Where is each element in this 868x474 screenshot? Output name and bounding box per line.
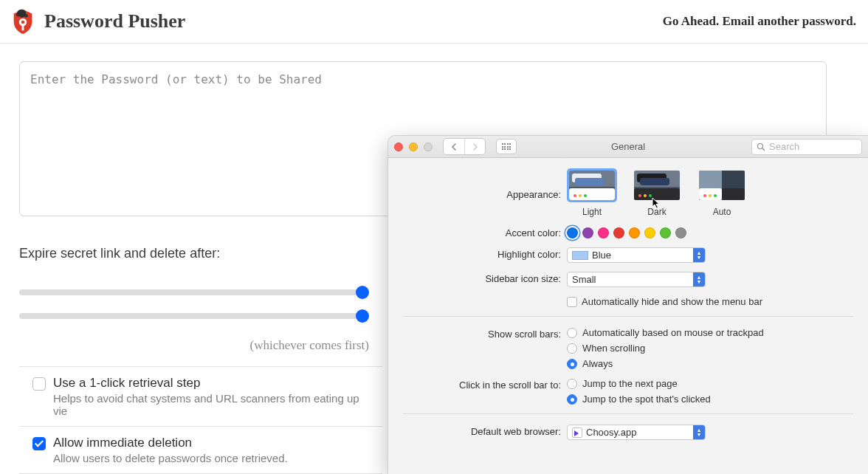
accent-color-7[interactable]: [675, 227, 686, 238]
one-click-checkbox[interactable]: [32, 377, 46, 391]
appearance-label: Appearance:: [403, 168, 567, 200]
autohide-menubar-checkbox[interactable]: Automatically hide and show the menu bar: [567, 296, 853, 307]
window-minimize-button[interactable]: [409, 142, 418, 151]
svg-rect-1: [22, 25, 24, 31]
allow-delete-checkbox[interactable]: [32, 437, 46, 450]
preferences-search[interactable]: [751, 139, 862, 155]
search-input[interactable]: [769, 141, 857, 152]
svg-point-2: [21, 21, 25, 24]
appearance-light[interactable]: Light: [567, 168, 617, 217]
sidebar-size-label: Sidebar icon size:: [403, 272, 567, 284]
appearance-dark[interactable]: Dark: [632, 168, 682, 217]
accent-color-1[interactable]: [582, 227, 593, 238]
accent-color-3[interactable]: [613, 227, 624, 238]
svg-line-4: [762, 148, 765, 151]
nav-forward-button[interactable]: [464, 139, 485, 154]
scrollbars-label: Show scroll bars:: [403, 327, 567, 340]
accent-color-2[interactable]: [598, 227, 609, 238]
scroll-auto-radio[interactable]: Automatically based on mouse or trackpad: [567, 327, 853, 338]
nav-back-button[interactable]: [444, 139, 464, 154]
svg-point-3: [758, 143, 763, 148]
expire-views-slider[interactable]: [19, 313, 363, 319]
app-tagline: Go Ahead. Email another password.: [663, 14, 856, 29]
accent-color-0[interactable]: [567, 227, 578, 238]
highlight-select[interactable]: Blue ▲▼: [567, 247, 706, 263]
expire-days-slider[interactable]: [19, 289, 363, 295]
accent-color-4[interactable]: [629, 227, 640, 238]
pwpush-logo-icon: [9, 7, 37, 35]
window-zoom-button[interactable]: [424, 142, 433, 151]
jump-next-radio[interactable]: Jump to the next page: [567, 378, 853, 389]
one-click-title: Use a 1-click retrieval step: [53, 376, 371, 391]
preferences-window: General Appearance: Light: [388, 135, 868, 474]
scroll-when-radio[interactable]: When scrolling: [567, 343, 853, 354]
default-browser-label: Default web browser:: [403, 425, 567, 437]
appearance-auto[interactable]: Auto: [697, 168, 747, 217]
window-close-button[interactable]: [394, 142, 403, 151]
click-scroll-label: Click in the scroll bar to:: [403, 378, 567, 391]
show-all-button[interactable]: [496, 139, 517, 154]
sidebar-size-select[interactable]: Small ▲▼: [567, 272, 706, 287]
accent-label: Accent color:: [403, 226, 567, 238]
scroll-always-radio[interactable]: Always: [567, 358, 853, 369]
default-browser-select[interactable]: Choosy.app ▲▼: [567, 425, 706, 440]
jump-spot-radio[interactable]: Jump to the spot that's clicked: [567, 394, 853, 405]
whichever-note: (whichever comes first): [19, 338, 369, 353]
one-click-sub: Helps to avoid chat systems and URL scan…: [53, 392, 371, 417]
browser-app-icon: [572, 427, 582, 438]
highlight-label: Highlight color:: [403, 247, 567, 260]
accent-color-6[interactable]: [660, 227, 671, 238]
app-title: Password Pusher: [44, 10, 185, 32]
search-icon: [757, 142, 765, 151]
accent-color-5[interactable]: [644, 227, 655, 238]
allow-delete-sub: Allow users to delete passwords once ret…: [53, 452, 288, 464]
allow-delete-title: Allow immediate deletion: [53, 436, 288, 450]
